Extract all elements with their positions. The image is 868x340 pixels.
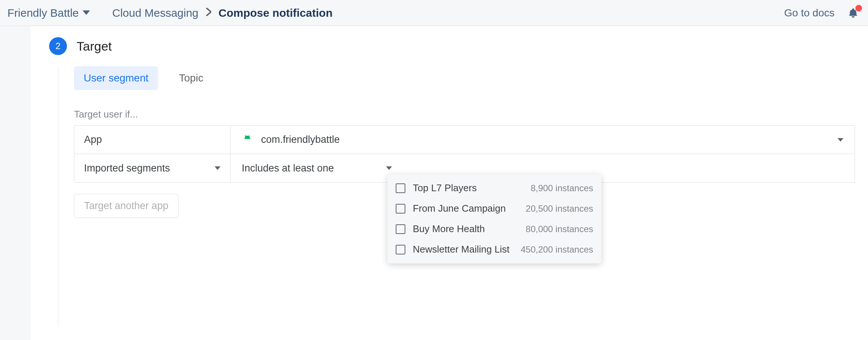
breadcrumb-section[interactable]: Cloud Messaging <box>112 7 199 19</box>
segment-count: 450,200 instances <box>521 244 593 255</box>
notification-dot-icon <box>855 5 862 12</box>
segment-label: Buy More Health <box>413 223 526 235</box>
tab-user-segment[interactable]: User segment <box>74 66 158 90</box>
top-header: Friendly Battle Cloud Messaging Compose … <box>0 0 868 26</box>
project-dropdown-icon[interactable] <box>83 9 90 17</box>
checkbox-icon[interactable] <box>396 204 405 214</box>
target-another-app-button[interactable]: Target another app <box>74 194 179 218</box>
step-title: Target <box>77 39 112 54</box>
breadcrumb-current: Compose notification <box>219 7 333 19</box>
includes-dropdown-icon <box>386 165 392 171</box>
checkbox-icon[interactable] <box>396 183 405 193</box>
left-gutter <box>0 26 30 340</box>
segment-count: 80,000 instances <box>526 224 593 234</box>
segment-label: From June Campaign <box>413 203 526 214</box>
segments-dropdown-icon <box>215 165 221 171</box>
target-hint: Target user if... <box>74 109 868 120</box>
segments-dropdown-panel: Top L7 Players 8,900 instances From June… <box>388 174 601 263</box>
app-selector[interactable]: com.friendlybattle <box>231 126 855 154</box>
checkbox-icon[interactable] <box>396 245 405 254</box>
step-number-badge: 2 <box>49 37 67 55</box>
segment-label: Newsletter Mailing List <box>413 244 521 255</box>
tab-topic[interactable]: Topic <box>169 66 213 90</box>
app-label: App <box>84 134 102 145</box>
segment-option[interactable]: Newsletter Mailing List 450,200 instance… <box>388 239 601 260</box>
app-dropdown-icon[interactable] <box>838 137 843 143</box>
android-icon <box>242 134 253 145</box>
segments-label: Imported segments <box>84 163 170 174</box>
segment-option[interactable]: Buy More Health 80,000 instances <box>388 219 601 239</box>
app-value: com.friendlybattle <box>261 134 340 145</box>
go-to-docs-link[interactable]: Go to docs <box>784 7 835 19</box>
segment-count: 20,500 instances <box>526 203 593 214</box>
chevron-right-icon <box>206 7 211 19</box>
segment-count: 8,900 instances <box>531 183 593 193</box>
segment-label: Top L7 Players <box>413 182 531 194</box>
step-header: 2 Target <box>30 37 868 55</box>
segments-selector[interactable]: Imported segments <box>74 154 231 182</box>
target-row-app: App com.friendlybattle <box>74 126 855 154</box>
content-card: 2 Target User segment Topic Target user … <box>30 26 868 340</box>
target-tabs: User segment Topic <box>74 66 868 90</box>
project-name[interactable]: Friendly Battle <box>7 7 79 19</box>
notifications-bell-icon[interactable] <box>846 6 861 20</box>
segment-option[interactable]: From June Campaign 20,500 instances <box>388 198 601 219</box>
app-label-cell: App <box>74 126 231 154</box>
checkbox-icon[interactable] <box>396 224 405 234</box>
segment-option[interactable]: Top L7 Players 8,900 instances <box>388 178 601 198</box>
includes-label: Includes at least one <box>242 163 334 174</box>
